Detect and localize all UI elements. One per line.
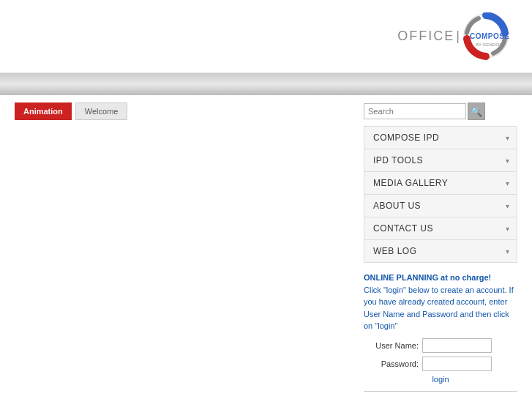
nav-item-compose-ipd[interactable]: COMPOSE IPD ▾ [364,126,517,149]
nav-menu: COMPOSE IPD ▾ IPD TOOLS ▾ MEDIA GALLERY … [364,126,517,263]
main-layout: Animation Welcome 🔍 COMPOSE IPD ▾ IPD [0,95,532,399]
login-button[interactable]: login [432,375,449,384]
username-row: User Name: [364,338,517,353]
login-btn-row: login [364,375,517,384]
nav-label-about-us: ABOUT US [373,201,421,211]
left-content: Animation Welcome [15,102,364,399]
tabs-row: Animation Welcome [15,102,349,120]
right-sidebar: 🔍 COMPOSE IPD ▾ IPD TOOLS ▾ MEDIA GALLER… [364,102,517,399]
divider-line [364,391,517,392]
header: OFFICE | COMPOSE BY GENESIS [0,0,532,73]
nav-arrow-compose-ipd: ▾ [506,134,510,142]
tab-animation[interactable]: Animation [15,102,72,120]
nav-arrow-contact-us: ▾ [506,225,510,233]
login-section: ONLINE PLANNING at no charge! Click "log… [364,272,517,399]
nav-item-web-log[interactable]: WEB LOG ▾ [364,239,517,263]
search-icon: 🔍 [471,106,482,117]
nav-label-contact-us: CONTACT US [373,223,433,234]
banner-strip [0,73,532,95]
nav-arrow-media-gallery: ▾ [506,179,510,187]
logo-pipe: | [456,29,460,44]
nav-item-contact-us[interactable]: CONTACT US ▾ [364,217,517,239]
password-input[interactable] [422,357,492,371]
login-form: User Name: Password: login [364,338,517,384]
nav-item-ipd-tools[interactable]: IPD TOOLS ▾ [364,149,517,171]
nav-arrow-web-log: ▾ [506,247,510,256]
svg-text:COMPOSE: COMPOSE [470,32,510,40]
login-promo-body: Click "login" below to create an account… [364,286,514,331]
login-promo: ONLINE PLANNING at no charge! Click "log… [364,272,517,332]
username-label: User Name: [364,341,419,350]
nav-label-compose-ipd: COMPOSE IPD [373,133,439,143]
nav-arrow-about-us: ▾ [506,202,510,210]
search-button[interactable]: 🔍 [468,102,485,120]
tab-welcome[interactable]: Welcome [75,102,128,120]
logo-area: OFFICE | COMPOSE BY GENESIS [397,12,510,60]
search-input[interactable] [364,103,466,119]
nav-item-media-gallery[interactable]: MEDIA GALLERY ▾ [364,171,517,194]
nav-label-ipd-tools: IPD TOOLS [373,155,423,165]
nav-label-web-log: WEB LOG [373,246,417,256]
nav-item-about-us[interactable]: ABOUT US ▾ [364,194,517,217]
page-wrapper: OFFICE | COMPOSE BY GENESIS [0,0,532,399]
password-label: Password: [364,359,419,368]
nav-label-media-gallery: MEDIA GALLERY [373,178,448,188]
search-bar: 🔍 [364,102,517,120]
svg-text:BY GENESIS: BY GENESIS [476,42,502,47]
login-promo-title: ONLINE PLANNING at no charge! [364,273,491,282]
logo-office-text: OFFICE [397,29,454,44]
username-input[interactable] [422,338,492,353]
logo-circle: COMPOSE BY GENESIS [462,12,510,60]
nav-arrow-ipd-tools: ▾ [506,157,510,165]
password-row: Password: [364,357,517,371]
